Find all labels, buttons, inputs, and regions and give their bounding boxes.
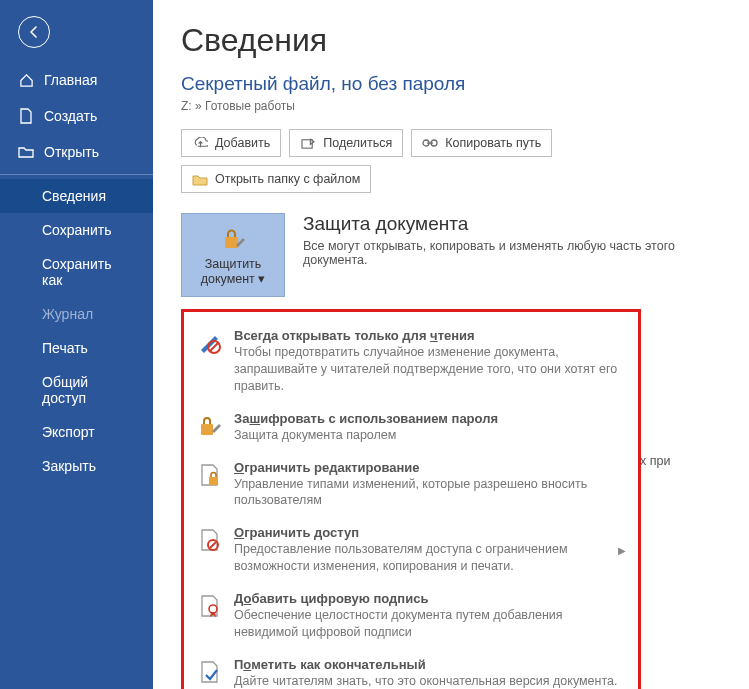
menu-item-title: Зашифровать с использованием пароля [234, 411, 498, 426]
menu-item-restrict-access[interactable]: Ограничить доступ Предоставление пользов… [190, 517, 632, 583]
sidebar-item-home[interactable]: Главная [0, 62, 153, 98]
doc-check-icon [196, 657, 224, 689]
sidebar-item-label: Закрыть [42, 458, 96, 474]
menu-item-restrict-editing[interactable]: Ограничить редактирование Управление тип… [190, 452, 632, 518]
share-button[interactable]: Поделиться [289, 129, 403, 157]
button-label: Поделиться [323, 136, 392, 150]
page-title: Сведения [181, 22, 731, 59]
button-label: Добавить [215, 136, 270, 150]
backstage-sidebar: Главная Создать Открыть Сведения Сохрани… [0, 0, 153, 689]
sidebar-item-print[interactable]: Печать [0, 331, 153, 365]
menu-item-desc: Дайте читателям знать, что это окончател… [234, 673, 617, 689]
svg-line-10 [210, 542, 216, 548]
doc-block-icon [196, 525, 224, 575]
sidebar-item-new[interactable]: Создать [0, 98, 153, 134]
open-folder-button[interactable]: Открыть папку с файлом [181, 165, 371, 193]
menu-item-title: Всегда открывать только для чтения [234, 328, 626, 343]
protect-section: Защитить документ ▾ Защита документа Все… [181, 213, 731, 297]
upload-icon [192, 135, 208, 151]
sidebar-item-label: Экспорт [42, 424, 95, 440]
folder-icon [192, 171, 208, 187]
sidebar-item-save[interactable]: Сохранить [0, 213, 153, 247]
sidebar-item-label: Открыть [44, 144, 99, 160]
sidebar-item-label: Главная [44, 72, 97, 88]
button-label-line1: Защитить [201, 257, 266, 271]
svg-point-11 [209, 605, 217, 613]
sidebar-item-label: Сохранить [42, 222, 112, 238]
sidebar-item-label: Сведения [42, 188, 106, 204]
menu-item-title: Пометить как окончательный [234, 657, 617, 672]
sidebar-item-close[interactable]: Закрыть [0, 449, 153, 483]
sidebar-item-open[interactable]: Открыть [0, 134, 153, 170]
sidebar-item-save-as[interactable]: Сохранить как [0, 247, 153, 297]
button-label: Копировать путь [445, 136, 541, 150]
arrow-left-icon [26, 24, 42, 40]
svg-rect-4 [225, 237, 238, 248]
button-label: Открыть папку с файлом [215, 172, 360, 186]
lock-key-icon [196, 411, 224, 444]
sidebar-item-label: Журнал [42, 306, 93, 322]
sidebar-item-share[interactable]: Общий доступ [0, 365, 153, 415]
menu-item-encrypt[interactable]: Зашифровать с использованием пароля Защи… [190, 403, 632, 452]
copy-path-button[interactable]: Копировать путь [411, 129, 552, 157]
link-icon [422, 135, 438, 151]
share-icon [300, 135, 316, 151]
truncated-background-text: х при [640, 454, 670, 468]
menu-item-title: Добавить цифровую подпись [234, 591, 626, 606]
menu-item-desc: Предоставление пользователям доступа с о… [234, 541, 626, 575]
menu-item-desc: Чтобы предотвратить случайное изменение … [234, 344, 626, 395]
sidebar-item-info[interactable]: Сведения [0, 179, 153, 213]
doc-lock-icon [196, 460, 224, 510]
pencil-block-icon [196, 328, 224, 395]
chevron-right-icon: ▶ [618, 545, 626, 556]
menu-item-title: Ограничить редактирование [234, 460, 626, 475]
menu-item-title: Ограничить доступ [234, 525, 626, 540]
svg-rect-8 [209, 477, 218, 485]
back-button[interactable] [18, 16, 50, 48]
menu-item-desc: Управление типами изменений, которые раз… [234, 476, 626, 510]
lock-key-icon [219, 225, 247, 253]
menu-item-mark-final[interactable]: Пометить как окончательный Дайте читател… [190, 649, 632, 689]
new-doc-icon [18, 108, 34, 124]
protect-heading: Защита документа [303, 213, 731, 235]
info-toolbar: Добавить Поделиться Копировать путь Откр… [181, 129, 731, 193]
open-folder-icon [18, 145, 34, 159]
sidebar-item-export[interactable]: Экспорт [0, 415, 153, 449]
sidebar-item-history: Журнал [0, 297, 153, 331]
protect-dropdown-menu: Всегда открывать только для чтения Чтобы… [181, 309, 641, 689]
sidebar-item-label: Общий доступ [42, 374, 135, 406]
doc-ribbon-icon [196, 591, 224, 641]
protect-document-button[interactable]: Защитить документ ▾ [181, 213, 285, 297]
sidebar-item-label: Сохранить как [42, 256, 135, 288]
sidebar-item-label: Создать [44, 108, 97, 124]
document-name: Секретный файл, но без пароля [181, 73, 731, 95]
menu-item-desc: Защита документа паролем [234, 427, 498, 444]
protect-description: Все могут открывать, копировать и изменя… [303, 239, 731, 267]
breadcrumb: Z: » Готовые работы [181, 99, 731, 113]
menu-item-digital-signature[interactable]: Добавить цифровую подпись Обеспечение це… [190, 583, 632, 649]
menu-item-desc: Обеспечение целостности документа путем … [234, 607, 626, 641]
upload-button[interactable]: Добавить [181, 129, 281, 157]
sidebar-separator [0, 174, 153, 175]
svg-rect-7 [201, 424, 213, 435]
menu-item-readonly[interactable]: Всегда открывать только для чтения Чтобы… [190, 320, 632, 403]
home-icon [18, 73, 34, 88]
main-content: Сведения Секретный файл, но без пароля Z… [153, 0, 749, 689]
button-label-line2: документ ▾ [201, 271, 266, 286]
sidebar-item-label: Печать [42, 340, 88, 356]
